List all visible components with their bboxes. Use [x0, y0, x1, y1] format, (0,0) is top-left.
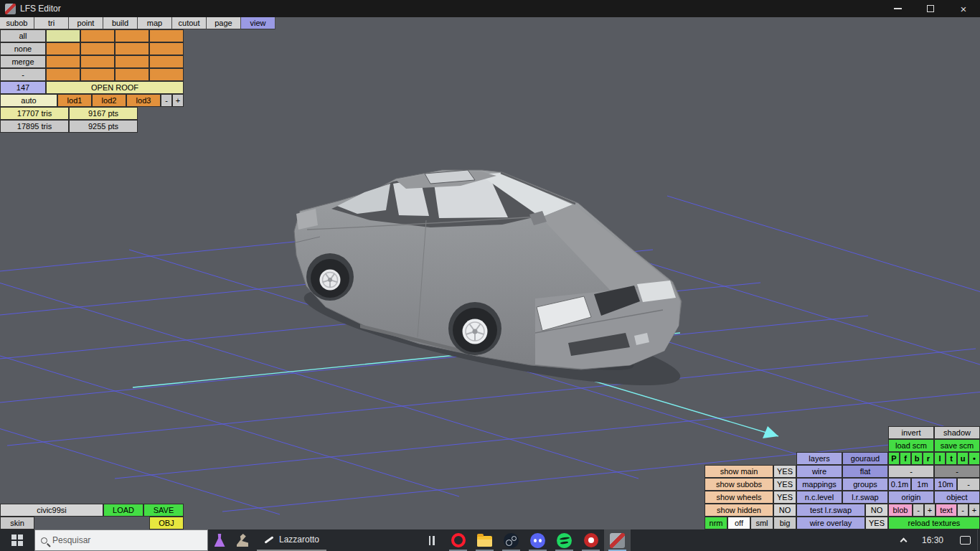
blob-plus-button[interactable]: + — [924, 504, 936, 517]
lod-minus-button[interactable]: - — [161, 94, 172, 107]
save-button[interactable]: SAVE — [143, 504, 184, 517]
obj-button[interactable]: OBJ — [149, 517, 184, 529]
page-toggle-t[interactable]: t — [946, 452, 957, 465]
tab-map[interactable]: map — [138, 17, 172, 29]
subob-grid-cell[interactable] — [115, 29, 149, 42]
tab-page[interactable]: page — [207, 17, 241, 29]
invert-button[interactable]: invert — [888, 426, 934, 439]
action-center-button[interactable] — [953, 529, 977, 551]
grid-0-1m-button[interactable]: 0.1m — [888, 478, 911, 491]
taskbar-app-lfs-editor[interactable] — [604, 529, 631, 551]
grid-1m-button[interactable]: 1m — [911, 478, 934, 491]
taskbar-app-microscope[interactable] — [234, 532, 251, 549]
flat-button[interactable]: flat — [842, 465, 888, 478]
show-wheels-value[interactable]: YES — [773, 491, 796, 504]
wire-button[interactable]: wire — [796, 465, 842, 478]
subob-grid-cell[interactable] — [46, 55, 80, 68]
gouraud-button[interactable]: gouraud — [842, 452, 888, 465]
subobject-name[interactable]: OPEN ROOF — [46, 81, 184, 94]
subob-grid-cell[interactable] — [80, 68, 115, 81]
tab-cutout[interactable]: cutout — [172, 17, 207, 29]
lod3-button[interactable]: lod3 — [126, 94, 161, 107]
groups-button[interactable]: groups — [842, 478, 888, 491]
skin-button[interactable]: skin — [0, 517, 34, 529]
wire-overlay-toggle[interactable]: wire overlay — [796, 517, 865, 529]
flat-dash1-button[interactable]: - — [888, 465, 934, 478]
lod-auto-button[interactable]: auto — [0, 94, 57, 107]
object-button[interactable]: object — [934, 491, 980, 504]
test-lr-swap-value[interactable]: NO — [865, 504, 888, 517]
merge-button[interactable]: merge — [0, 55, 46, 68]
layers-button[interactable]: layers — [796, 452, 842, 465]
tab-subob[interactable]: subob — [0, 17, 34, 29]
taskbar-window-lazzarotto[interactable]: Lazzarotto — [257, 529, 326, 551]
lod-plus-button[interactable]: + — [172, 94, 184, 107]
subob-grid-cell[interactable] — [80, 42, 115, 55]
wire-overlay-value[interactable]: YES — [865, 517, 888, 529]
page-toggle-l[interactable]: l — [934, 452, 946, 465]
nc-level-button[interactable]: n.c.level — [796, 491, 842, 504]
page-toggle-r[interactable]: r — [923, 452, 934, 465]
lod2-button[interactable]: lod2 — [92, 94, 126, 107]
subob-grid-cell[interactable] — [46, 29, 80, 42]
reload-textures-button[interactable]: reload textures — [888, 517, 980, 529]
close-button[interactable]: × — [947, 0, 980, 17]
nrm-button[interactable]: nrm — [705, 517, 727, 529]
show-hidden-toggle[interactable]: show hidden — [705, 504, 773, 517]
show-subobs-value[interactable]: YES — [773, 478, 796, 491]
grid-10m-button[interactable]: 10m — [934, 478, 957, 491]
maximize-button[interactable] — [914, 0, 947, 17]
taskbar-app-explorer[interactable] — [471, 529, 498, 551]
taskbar-app-steam[interactable] — [498, 529, 524, 551]
tab-tri[interactable]: tri — [34, 17, 69, 29]
blob-minus-button[interactable]: - — [913, 504, 924, 517]
taskbar-app-opera[interactable] — [445, 529, 471, 551]
show-wheels-toggle[interactable]: show wheels — [705, 491, 773, 504]
taskbar-clock[interactable]: 16:30 — [913, 535, 953, 545]
blob-button[interactable]: blob — [888, 504, 913, 517]
subob-grid-cell[interactable] — [115, 42, 149, 55]
taskbar-search[interactable] — [34, 529, 208, 551]
model-name-field[interactable]: civic99si — [0, 504, 103, 517]
save-scm-button[interactable]: save scm — [934, 439, 980, 452]
grid-dash-button[interactable]: - — [957, 478, 980, 491]
tab-build[interactable]: build — [103, 17, 138, 29]
page-toggle-f[interactable]: f — [900, 452, 911, 465]
text-minus-button[interactable]: - — [957, 504, 969, 517]
select-none-button[interactable]: none — [0, 42, 46, 55]
taskbar-app-spotify[interactable] — [551, 529, 578, 551]
tray-chevron-button[interactable] — [894, 529, 913, 551]
lod1-button[interactable]: lod1 — [57, 94, 92, 107]
load-button[interactable]: LOAD — [103, 504, 143, 517]
lr-swap-button[interactable]: l.r.swap — [842, 491, 888, 504]
flat-dash2-button[interactable]: - — [934, 465, 980, 478]
subob-grid-cell[interactable] — [149, 29, 184, 42]
tab-point[interactable]: point — [69, 17, 103, 29]
subob-grid-cell[interactable] — [115, 55, 149, 68]
select-all-button[interactable]: all — [0, 29, 46, 42]
nrm-off-button[interactable]: off — [727, 517, 750, 529]
collapse-button[interactable]: - — [0, 68, 46, 81]
subob-grid-cell[interactable] — [46, 68, 80, 81]
show-desktop-button[interactable] — [977, 529, 980, 551]
subob-grid-cell[interactable] — [149, 55, 184, 68]
page-toggle-dot[interactable]: • — [969, 452, 980, 465]
show-subobs-toggle[interactable]: show subobs — [705, 478, 773, 491]
minimize-button[interactable] — [881, 0, 914, 17]
nrm-big-button[interactable]: big — [773, 517, 796, 529]
origin-button[interactable]: origin — [888, 491, 934, 504]
load-scm-button[interactable]: load scm — [888, 439, 934, 452]
tab-view[interactable]: view — [241, 17, 275, 29]
test-lr-swap-toggle[interactable]: test l.r.swap — [796, 504, 865, 517]
subob-grid-cell[interactable] — [46, 42, 80, 55]
show-main-toggle[interactable]: show main — [705, 465, 773, 478]
text-button[interactable]: text — [936, 504, 957, 517]
taskbar-app-discord[interactable] — [524, 529, 551, 551]
shadow-button[interactable]: shadow — [934, 426, 980, 439]
mappings-button[interactable]: mappings — [796, 478, 842, 491]
page-toggle-b[interactable]: b — [911, 452, 923, 465]
show-hidden-value[interactable]: NO — [773, 504, 796, 517]
show-main-value[interactable]: YES — [773, 465, 796, 478]
subob-grid-cell[interactable] — [80, 55, 115, 68]
page-toggle-u[interactable]: u — [957, 452, 969, 465]
